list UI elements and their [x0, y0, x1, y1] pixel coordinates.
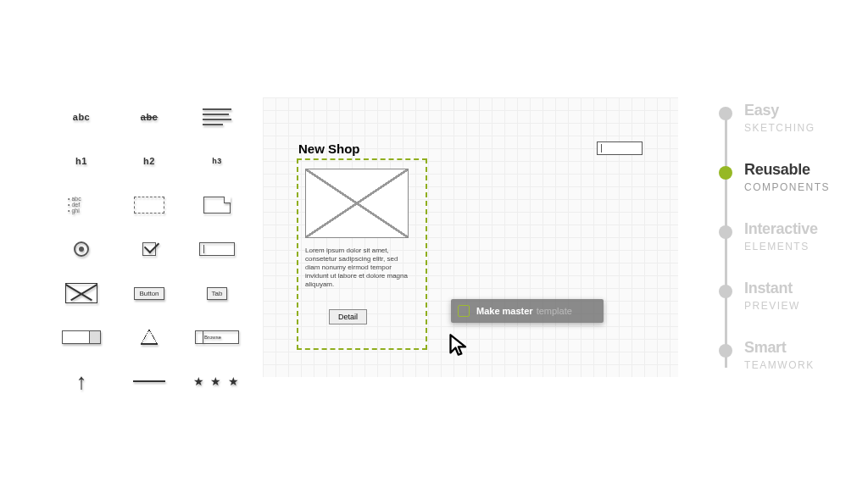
canvas-textfield[interactable] — [597, 141, 643, 155]
feature-title: Smart — [744, 339, 863, 357]
hrule-icon — [133, 380, 165, 382]
context-menu[interactable]: Make master template — [451, 299, 604, 323]
feature-sub: TEAMWORK — [744, 359, 815, 371]
feature-title: Reusable — [744, 161, 863, 179]
timeline-dot-icon — [719, 344, 732, 358]
feature-instant[interactable]: Instant PREVIEW — [719, 280, 863, 339]
browser-icon: Browse — [195, 330, 239, 344]
envelope-icon — [65, 283, 97, 303]
feature-sub: PREVIEW — [744, 300, 800, 312]
checkbox-icon — [142, 242, 156, 256]
feature-title: Interactive — [744, 220, 863, 238]
feature-sub: COMPONENTS — [744, 181, 830, 193]
list-icon: • abc • def • ghi — [68, 196, 95, 214]
feature-reusable[interactable]: Reusable COMPONENTS — [719, 161, 863, 220]
timeline-dot-icon — [719, 285, 732, 298]
timeline-dot-icon — [719, 166, 732, 180]
note-icon — [203, 197, 231, 214]
context-primary-label: Make master — [476, 306, 533, 316]
cursor-icon — [448, 333, 471, 357]
widget-note[interactable] — [186, 194, 248, 216]
widget-button[interactable]: Button — [119, 282, 180, 304]
radio-icon — [74, 241, 89, 257]
stage: abc abc h1 h2 h3 • abc • def • ghi — [0, 0, 868, 488]
widget-textfield[interactable] — [186, 238, 248, 260]
widget-triangle[interactable] — [119, 326, 180, 348]
timeline-dot-icon — [719, 107, 732, 120]
canvas-title[interactable]: New Shop — [298, 141, 360, 156]
widget-text[interactable]: abc — [51, 106, 112, 128]
widget-list[interactable]: • abc • def • ghi — [51, 194, 112, 216]
component-palette: abc abc h1 h2 h3 • abc • def • ghi — [51, 106, 254, 392]
widget-paragraph[interactable] — [186, 106, 248, 128]
widget-h3[interactable]: h3 — [186, 150, 248, 172]
widget-tab[interactable]: Tab — [186, 282, 248, 304]
widget-rating[interactable]: ★ ★ ★ — [186, 370, 248, 392]
feature-title: Easy — [744, 102, 863, 119]
feature-easy[interactable]: Easy SKETCHING — [719, 102, 863, 161]
arrow-up-icon: ↑ — [76, 370, 87, 392]
paragraph-icon — [203, 108, 231, 125]
tab-icon: Tab — [207, 287, 228, 300]
widget-browser[interactable]: Browse — [186, 326, 248, 348]
widget-combobox[interactable] — [51, 326, 112, 348]
feature-title: Instant — [744, 280, 863, 297]
context-checkbox-icon — [458, 305, 470, 317]
widget-envelope[interactable] — [51, 282, 112, 304]
feature-interactive[interactable]: Interactive ELEMENTS — [719, 220, 863, 280]
image-placeholder[interactable] — [305, 169, 409, 238]
widget-strikethrough[interactable]: abc — [119, 106, 180, 128]
stars-icon: ★ ★ ★ — [193, 374, 242, 388]
feature-sub: ELEMENTS — [744, 241, 810, 252]
button-icon: Button — [134, 287, 164, 300]
widget-hrule[interactable] — [119, 370, 180, 392]
widget-h1[interactable]: h1 — [51, 150, 112, 172]
widget-dotted-box[interactable] — [119, 194, 180, 216]
textfield-icon — [199, 242, 235, 256]
widget-h2[interactable]: h2 — [119, 150, 180, 172]
lorem-text[interactable]: Lorem ipsum dolor sit amet, consetetur s… — [305, 247, 414, 289]
widget-radio[interactable] — [51, 238, 112, 260]
timeline-dot-icon — [719, 225, 732, 239]
design-canvas[interactable]: New Shop Lorem ipsum dolor sit amet, con… — [263, 97, 678, 377]
feature-sub: SKETCHING — [744, 122, 815, 134]
detail-button[interactable]: Detail — [329, 309, 367, 324]
feature-timeline: Easy SKETCHING Reusable COMPONENTS Inter… — [719, 102, 863, 398]
triangle-icon — [141, 330, 158, 345]
widget-checkbox[interactable] — [119, 238, 180, 260]
feature-smart[interactable]: Smart TEAMWORK — [719, 339, 863, 398]
dotted-box-icon — [134, 197, 164, 214]
combobox-icon — [62, 330, 101, 344]
context-secondary-label: template — [537, 306, 572, 316]
widget-arrow[interactable]: ↑ — [51, 370, 112, 392]
